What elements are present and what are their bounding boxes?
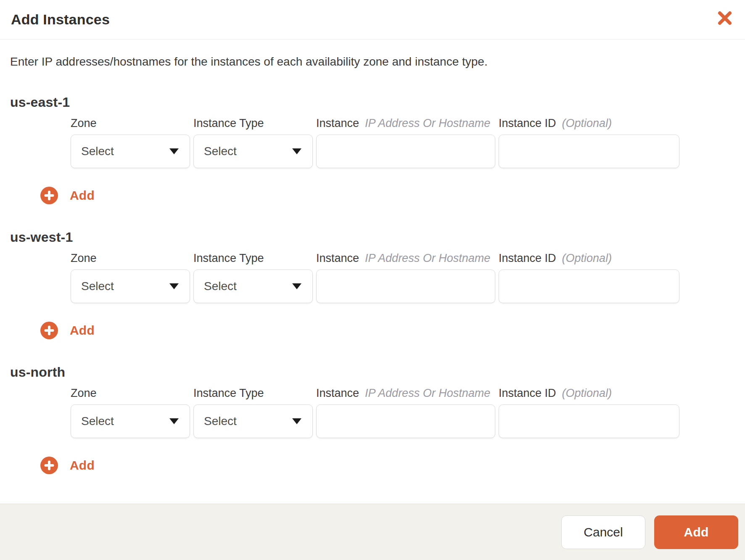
instance-type-column: Instance Type Select (193, 117, 313, 168)
zone-column: Zone Select (71, 117, 190, 168)
instance-hint: IP Address Or Hostname (365, 387, 490, 400)
instance-id-column: Instance ID (Optional) (499, 252, 679, 303)
instance-column: Instance IP Address Or Hostname (316, 117, 495, 168)
instance-type-column: Instance Type Select (193, 387, 313, 438)
instance-type-select[interactable]: Select (193, 404, 313, 438)
plus-icon (40, 457, 58, 474)
chevron-down-icon (169, 283, 179, 289)
instance-id-hint: (Optional) (562, 252, 612, 265)
instance-id-label: Instance ID (499, 252, 556, 265)
instance-id-column: Instance ID (Optional) (499, 117, 679, 168)
instance-input[interactable] (316, 269, 495, 303)
close-icon (717, 10, 733, 26)
zone-section-title: us-west-1 (10, 230, 735, 245)
instance-field-row: Zone Select Instance Type Select Insta (71, 252, 735, 303)
modal-footer: Cancel Add (0, 504, 745, 560)
modal-body: Enter IP addresses/hostnames for the ins… (0, 40, 745, 504)
instance-type-label: Instance Type (193, 387, 264, 400)
instance-id-label: Instance ID (499, 117, 556, 130)
instance-label: Instance (316, 117, 359, 130)
instance-type-select[interactable]: Select (193, 135, 313, 168)
instance-id-label: Instance ID (499, 387, 556, 400)
zone-section: us-north Zone Select Instance Type Selec… (10, 365, 735, 474)
modal-description: Enter IP addresses/hostnames for the ins… (10, 55, 735, 69)
modal-header: Add Instances (0, 0, 745, 40)
zone-column: Zone Select (71, 387, 190, 438)
instance-type-column: Instance Type Select (193, 252, 313, 303)
zone-section: us-west-1 Zone Select Instance Type Sele… (10, 230, 735, 339)
add-row-button[interactable]: Add (40, 322, 95, 339)
instance-field-row: Zone Select Instance Type Select Insta (71, 387, 735, 438)
chevron-down-icon (169, 418, 179, 424)
instance-label: Instance (316, 252, 359, 265)
zone-section-title: us-north (10, 365, 735, 380)
chevron-down-icon (292, 148, 301, 154)
instance-label: Instance (316, 387, 359, 400)
modal-title: Add Instances (11, 11, 110, 28)
zone-section: us-east-1 Zone Select Instance Type Sele… (10, 95, 735, 204)
zone-select[interactable]: Select (71, 135, 190, 168)
chevron-down-icon (169, 148, 179, 154)
instance-id-input[interactable] (499, 135, 679, 168)
instance-id-hint: (Optional) (562, 387, 612, 400)
instance-type-select[interactable]: Select (193, 269, 313, 303)
instance-hint: IP Address Or Hostname (365, 117, 490, 130)
instance-field-row: Zone Select Instance Type Select Insta (71, 117, 735, 168)
zone-label: Zone (71, 117, 97, 130)
instance-hint: IP Address Or Hostname (365, 252, 490, 265)
zone-section-title: us-east-1 (10, 95, 735, 110)
add-button[interactable]: Add (654, 515, 738, 549)
zone-label: Zone (71, 252, 97, 265)
chevron-down-icon (292, 418, 301, 424)
add-row-button[interactable]: Add (40, 457, 95, 474)
instance-id-hint: (Optional) (562, 117, 612, 130)
add-row-button[interactable]: Add (40, 187, 95, 204)
cancel-button[interactable]: Cancel (561, 515, 645, 549)
instance-column: Instance IP Address Or Hostname (316, 387, 495, 438)
instance-type-label: Instance Type (193, 117, 264, 130)
instance-type-label: Instance Type (193, 252, 264, 265)
zone-label: Zone (71, 387, 97, 400)
instance-column: Instance IP Address Or Hostname (316, 252, 495, 303)
instance-id-column: Instance ID (Optional) (499, 387, 679, 438)
zone-column: Zone Select (71, 252, 190, 303)
zone-select[interactable]: Select (71, 269, 190, 303)
instance-id-input[interactable] (499, 269, 679, 303)
close-button[interactable] (716, 9, 734, 27)
instance-input[interactable] (316, 135, 495, 168)
plus-icon (40, 187, 58, 204)
zone-select[interactable]: Select (71, 404, 190, 438)
instance-id-input[interactable] (499, 404, 679, 438)
chevron-down-icon (292, 283, 301, 289)
plus-icon (40, 322, 58, 339)
instance-input[interactable] (316, 404, 495, 438)
